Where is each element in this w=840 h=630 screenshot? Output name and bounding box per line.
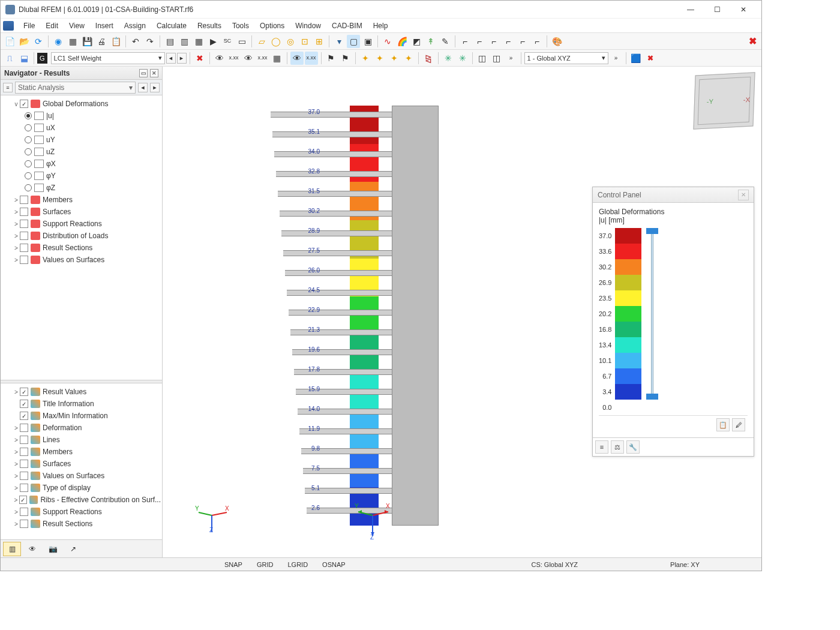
tree-item[interactable]: ✓Title Information bbox=[2, 398, 161, 410]
tool-b-button[interactable]: ◫ bbox=[490, 52, 503, 65]
tree-item[interactable]: >Support Reactions bbox=[2, 506, 161, 518]
minimize-button[interactable]: — bbox=[677, 1, 704, 18]
load-case-select[interactable]: LC1 Self Weight▾ bbox=[51, 52, 165, 64]
menu-cadbim[interactable]: CAD-BIM bbox=[327, 20, 367, 31]
status-snap[interactable]: SNAP bbox=[220, 560, 247, 569]
sel-lasso-button[interactable]: ◯ bbox=[269, 35, 283, 48]
prev-case-button[interactable]: ◄ bbox=[166, 53, 176, 64]
vis4-button[interactable]: x.xx bbox=[256, 52, 269, 65]
sel-rect-button[interactable]: ▱ bbox=[255, 35, 268, 48]
panel-tab-filter[interactable]: 🔧 bbox=[626, 440, 640, 454]
coord-system-select[interactable]: 1 - Global XYZ▾ bbox=[524, 52, 608, 64]
tree-item[interactable]: >Result Sections bbox=[2, 242, 161, 254]
brush-button[interactable]: ✎ bbox=[439, 35, 452, 48]
nav-tab-eye[interactable]: 👁 bbox=[23, 542, 41, 556]
maximize-button[interactable]: ☐ bbox=[704, 1, 730, 18]
tree-item[interactable]: v✓Global Deformations bbox=[2, 98, 161, 110]
tables-button[interactable]: ▭ bbox=[235, 35, 248, 48]
display-tree[interactable]: >✓Result Values✓Title Information✓Max/Mi… bbox=[1, 383, 162, 539]
menu-options[interactable]: Options bbox=[255, 20, 289, 31]
table3-button[interactable]: ▦ bbox=[192, 35, 205, 48]
undo-button[interactable]: ↶ bbox=[129, 35, 142, 48]
reload-button[interactable]: ⟳ bbox=[32, 35, 45, 48]
tool-a-button[interactable]: ◫ bbox=[476, 52, 489, 65]
open-button[interactable]: 📂 bbox=[17, 35, 31, 48]
table2-button[interactable]: ▥ bbox=[178, 35, 191, 48]
print-button[interactable]: 🖨 bbox=[95, 35, 108, 48]
frame-button[interactable]: ⧎ bbox=[422, 52, 435, 65]
flag2-button[interactable]: ⚑ bbox=[339, 52, 352, 65]
status-osnap[interactable]: OSNAP bbox=[318, 560, 350, 569]
beam3-button[interactable]: ⌐ bbox=[487, 35, 500, 48]
tree-item[interactable]: φX bbox=[2, 158, 161, 170]
diagram-button[interactable]: ∿ bbox=[381, 35, 394, 48]
nav-tab-diagram[interactable]: ↗ bbox=[64, 542, 82, 556]
menu-insert[interactable]: Insert bbox=[91, 20, 118, 31]
beam6-button[interactable]: ⌐ bbox=[530, 35, 544, 48]
app-menu-icon[interactable] bbox=[3, 21, 14, 31]
view-solid-button[interactable]: ▢ bbox=[347, 35, 360, 48]
tree-item[interactable]: >Members bbox=[2, 194, 161, 206]
legend-settings-button[interactable]: 📋 bbox=[716, 418, 730, 431]
ucs-button[interactable]: ⎍ bbox=[3, 52, 16, 65]
tree-green-button[interactable]: ✳ bbox=[442, 52, 455, 65]
navigator-close-button[interactable]: ✕ bbox=[150, 69, 158, 77]
sel-filter-button[interactable]: ⊞ bbox=[313, 35, 326, 48]
tree-item[interactable]: >Lines bbox=[2, 434, 161, 446]
status-grid[interactable]: GRID bbox=[253, 560, 278, 569]
spark4-button[interactable]: ✦ bbox=[402, 52, 415, 65]
beam2-button[interactable]: ⌐ bbox=[473, 35, 486, 48]
menu-results[interactable]: Results bbox=[193, 20, 226, 31]
more-button[interactable]: » bbox=[505, 52, 518, 65]
nav-tab-data[interactable]: ▥ bbox=[3, 542, 21, 556]
results-tree[interactable]: v✓Global Deformations|u|uXuYuZφXφYφZ>Mem… bbox=[1, 95, 162, 380]
save-button[interactable]: 💾 bbox=[80, 35, 94, 48]
tree-item[interactable]: >Distribution of Loads bbox=[2, 230, 161, 242]
view-cube[interactable]: -X -Y bbox=[693, 72, 755, 129]
panel-tab-legend[interactable]: ≡ bbox=[595, 440, 608, 454]
vis6-button[interactable]: 👁 bbox=[290, 52, 304, 65]
plane-button[interactable]: ⬓ bbox=[17, 52, 31, 65]
legend-edit-button[interactable]: 🖉 bbox=[732, 418, 745, 431]
filter-button[interactable]: ▾ bbox=[332, 35, 346, 48]
flag1-button[interactable]: ⚑ bbox=[325, 52, 338, 65]
tree2-button[interactable]: ✳ bbox=[456, 52, 469, 65]
beam5-button[interactable]: ⌐ bbox=[516, 35, 529, 48]
tree-item[interactable]: φZ bbox=[2, 182, 161, 194]
navigator-float-button[interactable]: ▭ bbox=[139, 69, 148, 77]
cube-button[interactable]: ◩ bbox=[410, 35, 423, 48]
spark3-button[interactable]: ✦ bbox=[388, 52, 401, 65]
tree-item[interactable]: >Members bbox=[2, 446, 161, 458]
menu-tools[interactable]: Tools bbox=[227, 20, 254, 31]
control-panel-close-button[interactable]: ✕ bbox=[738, 190, 749, 200]
nav-tree-icon[interactable]: ≡ bbox=[3, 83, 13, 92]
panel-tab-scale[interactable]: ⚖ bbox=[611, 440, 624, 454]
tree-item[interactable]: >Values on Surfaces bbox=[2, 254, 161, 266]
vis5-button[interactable]: ▦ bbox=[271, 52, 284, 65]
menu-window[interactable]: Window bbox=[290, 20, 326, 31]
analysis-type-select[interactable]: Static Analysis▾ bbox=[15, 82, 136, 94]
spark2-button[interactable]: ✦ bbox=[373, 52, 386, 65]
spark1-button[interactable]: ✦ bbox=[359, 52, 372, 65]
nav-prev-button[interactable]: ◄ bbox=[138, 83, 148, 92]
menu-view[interactable]: View bbox=[64, 20, 89, 31]
vis1-button[interactable]: 👁 bbox=[213, 52, 226, 65]
color-panel-button[interactable]: 🟦 bbox=[629, 52, 643, 65]
tree-item[interactable]: ✓Max/Min Information bbox=[2, 410, 161, 422]
vis7-button[interactable]: x.xx bbox=[305, 52, 318, 65]
clipboard-button[interactable]: 📋 bbox=[109, 35, 122, 48]
menu-assign[interactable]: Assign bbox=[119, 20, 151, 31]
tree-item[interactable]: uX bbox=[2, 122, 161, 134]
sel-prev-button[interactable]: ⊡ bbox=[298, 35, 311, 48]
tree-item[interactable]: >Values on Surfaces bbox=[2, 470, 161, 482]
script-button[interactable]: ▶ bbox=[206, 35, 220, 48]
model-button[interactable]: ◉ bbox=[52, 35, 65, 48]
panel-close-button[interactable]: ✖ bbox=[644, 52, 657, 65]
nav-tab-camera[interactable]: 📷 bbox=[44, 542, 62, 556]
beam1-button[interactable]: ⌐ bbox=[458, 35, 472, 48]
close-all-button[interactable]: ✖ bbox=[746, 35, 759, 48]
tree-item[interactable]: |u| bbox=[2, 110, 161, 122]
sel-all-button[interactable]: ◎ bbox=[284, 35, 297, 48]
arrow-up-button[interactable]: ↟ bbox=[424, 35, 437, 48]
tree-item[interactable]: uY bbox=[2, 134, 161, 146]
